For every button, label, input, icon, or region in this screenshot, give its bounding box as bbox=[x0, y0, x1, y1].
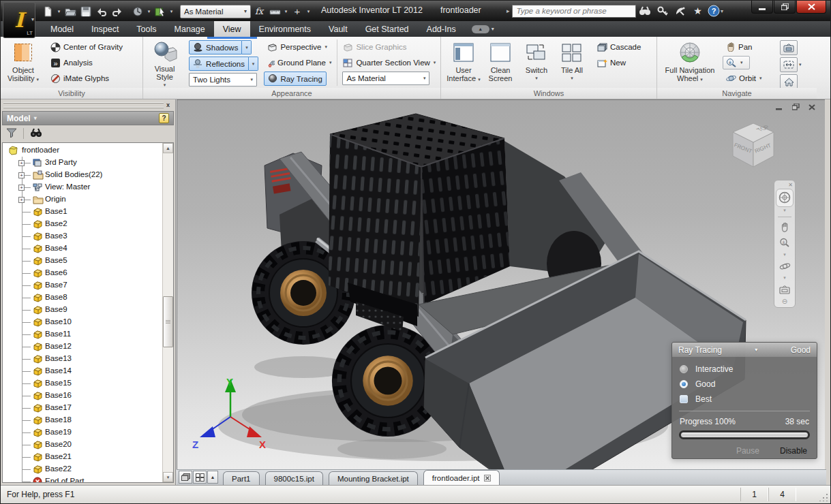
open-button[interactable] bbox=[63, 4, 78, 19]
close-button[interactable] bbox=[796, 1, 826, 14]
scroll-up-button[interactable]: ▲ bbox=[163, 143, 173, 153]
navbar-pan-button[interactable] bbox=[780, 219, 790, 235]
tree-item-base-feature[interactable]: Base4 bbox=[3, 242, 162, 255]
tree-item-base-feature[interactable]: Base8 bbox=[3, 292, 162, 304]
tree-item-base-feature[interactable]: Base19 bbox=[3, 426, 162, 439]
navbar-orbit-button[interactable] bbox=[779, 258, 791, 274]
undo-button[interactable] bbox=[94, 4, 109, 19]
ribbon-minimize-control[interactable]: ▲ ▾ bbox=[472, 25, 494, 33]
ground-plane-button[interactable]: Ground Plane▾ bbox=[264, 56, 335, 69]
tile-all-button[interactable]: Tile All ▾ bbox=[554, 38, 590, 87]
measure-dropdown[interactable]: ▾ bbox=[283, 4, 289, 19]
expand-icon[interactable]: + bbox=[18, 160, 25, 166]
search-input[interactable] bbox=[512, 5, 636, 18]
scroll-down-button[interactable]: ▾ bbox=[163, 472, 173, 482]
doc-tab-part1[interactable]: Part1 bbox=[223, 471, 260, 485]
doc-restore-button[interactable] bbox=[790, 102, 801, 112]
application-menu-button[interactable]: I LT ▾ bbox=[3, 2, 35, 38]
scrollbar-thumb[interactable] bbox=[163, 296, 173, 347]
zoom-button[interactable]: ± ▾ bbox=[723, 56, 750, 69]
save-button[interactable] bbox=[78, 4, 93, 19]
browser-grip[interactable]: x bbox=[3, 101, 172, 110]
browser-close-button[interactable]: x bbox=[164, 101, 172, 109]
imate-glyphs-button[interactable]: iMate Glyphs bbox=[47, 72, 126, 85]
search-expand-icon[interactable]: ▸ bbox=[507, 7, 510, 14]
visual-style-button[interactable]: Visual Style ▾ bbox=[146, 38, 183, 87]
doc-tab-9800c15[interactable]: 9800c15.ipt bbox=[265, 471, 323, 485]
full-navigation-wheel-button[interactable]: Full Navigation Wheel ▾ bbox=[660, 38, 720, 87]
pan-button[interactable]: Pan bbox=[723, 40, 776, 54]
tree-item-base-feature[interactable]: Base16 bbox=[3, 390, 162, 402]
browser-help-button[interactable]: ? bbox=[159, 113, 169, 123]
tree-item-base-feature[interactable]: Base9 bbox=[3, 304, 162, 316]
tree-item-base-feature[interactable]: Base18 bbox=[3, 414, 162, 426]
expand-icon[interactable]: + bbox=[18, 185, 25, 191]
tree-item-base-feature[interactable]: Base6 bbox=[3, 267, 162, 279]
cascade-button[interactable]: Cascade bbox=[594, 40, 644, 54]
navbar-zoom-dropdown[interactable]: ▾ bbox=[783, 251, 786, 259]
navbar-orbit-dropdown[interactable]: ▾ bbox=[783, 274, 786, 282]
home-view-button[interactable] bbox=[780, 74, 798, 89]
ray-tracing-header[interactable]: Ray Tracing ▾ Good bbox=[672, 343, 817, 357]
sign-in-button[interactable] bbox=[654, 4, 671, 18]
tab-environments[interactable]: Environments bbox=[250, 21, 320, 37]
doc-close-button[interactable] bbox=[806, 102, 817, 112]
navbar-look-at-button[interactable] bbox=[779, 282, 790, 298]
object-visibility-button[interactable]: Object Visibility ▾ bbox=[3, 38, 43, 87]
select-button[interactable] bbox=[153, 4, 168, 19]
graphics-viewport[interactable]: Y X Z TOP FRONT RIGHT ✕ ▾ ± bbox=[177, 99, 826, 471]
reflections-dropdown[interactable]: ▾ bbox=[249, 57, 258, 71]
new-file-dropdown[interactable]: ▾ bbox=[56, 4, 62, 19]
navbar-wheel-dropdown[interactable]: ▾ bbox=[783, 207, 786, 215]
tab-view[interactable]: View bbox=[214, 21, 250, 37]
update-dropdown[interactable]: ▾ bbox=[146, 4, 152, 19]
favorites-button[interactable]: ★ bbox=[689, 4, 707, 18]
new-file-button[interactable] bbox=[40, 4, 55, 19]
orbit-button[interactable]: Orbit▾ bbox=[723, 72, 776, 85]
tree-item-base-feature[interactable]: Base21 bbox=[3, 451, 162, 463]
zoom-all-dropdown-icon[interactable]: ▾ bbox=[799, 62, 802, 67]
ray-tracing-toggle[interactable]: Ray Tracing bbox=[264, 72, 335, 86]
navbar-zoom-button[interactable]: ± bbox=[779, 235, 790, 251]
tree-item-base-feature[interactable]: Base2 bbox=[3, 218, 162, 230]
new-window-button[interactable]: New bbox=[594, 56, 644, 69]
cascade-documents-button[interactable] bbox=[179, 471, 192, 484]
clean-screen-button[interactable]: Clean Screen bbox=[482, 38, 519, 87]
tree-item-base-feature[interactable]: Base17 bbox=[3, 402, 162, 414]
doc-minimize-button[interactable] bbox=[774, 102, 785, 112]
disable-button[interactable]: Disable bbox=[780, 446, 807, 456]
find-button[interactable] bbox=[30, 128, 42, 140]
doc-tab-frontloader[interactable]: frontloader.ipt bbox=[423, 470, 500, 485]
tab-tools[interactable]: Tools bbox=[127, 21, 165, 37]
perspective-button[interactable]: Perspective▾ bbox=[264, 40, 335, 54]
search-button[interactable] bbox=[636, 4, 654, 18]
tab-inspect[interactable]: Inspect bbox=[82, 21, 127, 37]
restore-button[interactable] bbox=[774, 1, 796, 14]
tab-manage[interactable]: Manage bbox=[166, 21, 214, 37]
tree-item-base-feature[interactable]: Base5 bbox=[3, 255, 162, 267]
shadows-dropdown[interactable]: ▾ bbox=[242, 40, 252, 54]
tree-item-base-feature[interactable]: Base15 bbox=[3, 377, 162, 390]
tab-add-ins[interactable]: Add-Ins bbox=[418, 21, 465, 37]
tree-item-solid-bodies[interactable]: + Solid Bodies(22) bbox=[3, 169, 162, 181]
tree-item-root[interactable]: frontloader bbox=[3, 144, 162, 157]
tree-item-base-feature[interactable]: Base22 bbox=[3, 463, 162, 475]
option-best[interactable]: Best bbox=[672, 392, 817, 407]
switch-windows-button[interactable]: Switch ▾ bbox=[519, 38, 554, 87]
zoom-all-button[interactable] bbox=[780, 57, 798, 72]
option-good[interactable]: Good bbox=[672, 377, 817, 392]
browser-header[interactable]: Model ▾ ? bbox=[2, 111, 174, 125]
tile-documents-button[interactable] bbox=[193, 471, 207, 484]
tree-item-base-feature[interactable]: Base7 bbox=[3, 279, 162, 292]
tree-item-base-feature[interactable]: Base1 bbox=[3, 206, 162, 218]
update-button[interactable] bbox=[130, 4, 145, 19]
tab-vault[interactable]: Vault bbox=[320, 21, 357, 37]
reflections-toggle[interactable]: Reflections ▾ bbox=[189, 57, 258, 71]
tree-item-view-master[interactable]: + View: Master bbox=[3, 181, 162, 193]
tab-model[interactable]: Model bbox=[42, 21, 82, 37]
expand-icon[interactable]: + bbox=[18, 197, 25, 203]
tab-scroll-up-button[interactable]: ▲ bbox=[207, 471, 218, 484]
tree-item-3rd-party[interactable]: + 3rd Party bbox=[3, 157, 162, 169]
resize-grip[interactable] bbox=[819, 492, 828, 501]
lights-combo[interactable]: Two Lights ▾ bbox=[189, 73, 257, 86]
